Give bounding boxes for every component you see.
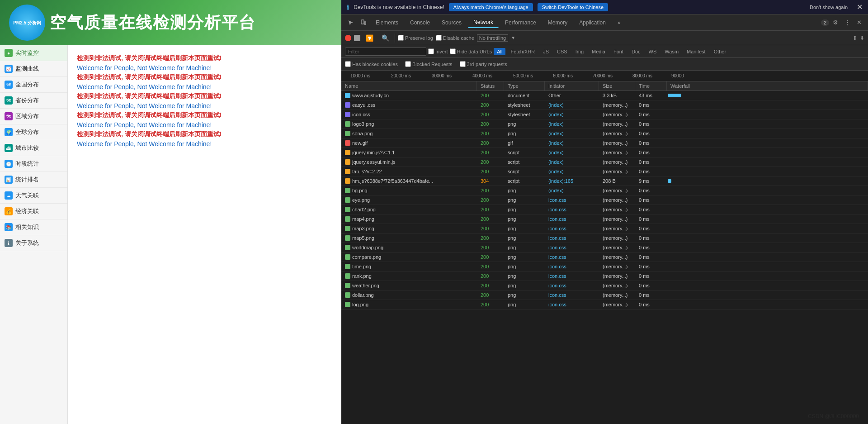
preserve-log-label[interactable]: Preserve log bbox=[398, 35, 433, 41]
table-row[interactable]: bg.png 200 png (index) (memory...) 0 ms bbox=[341, 186, 868, 195]
switch-language-button[interactable]: Switch DevTools to Chinese bbox=[538, 3, 608, 11]
timeline-label-8: 90000 bbox=[671, 73, 684, 78]
filter-button[interactable]: 🔽 bbox=[363, 33, 376, 43]
upload-har-button[interactable]: ⬆ bbox=[853, 35, 857, 41]
table-row[interactable]: time.png 200 png icon.css (memory...) 0 … bbox=[341, 262, 868, 272]
tab-console[interactable]: Console bbox=[405, 18, 435, 28]
sidebar-item-city[interactable]: 🏙 城市比较 bbox=[0, 140, 67, 156]
sidebar-item-region[interactable]: 🗺 区域分布 bbox=[0, 109, 67, 124]
info-bar-close-button[interactable]: ✕ bbox=[857, 3, 863, 11]
disable-cache-label[interactable]: Disable cache bbox=[436, 35, 474, 41]
col-header-type[interactable]: Type bbox=[504, 81, 545, 91]
table-row[interactable]: easyui.css 200 stylesheet (index) (memor… bbox=[341, 100, 868, 110]
table-row[interactable]: www.aqistudy.cn 200 document Other 3.3 k… bbox=[341, 91, 868, 100]
timeline-label-3: 40000 ms bbox=[472, 73, 492, 78]
type-filter-js[interactable]: JS bbox=[540, 48, 552, 55]
col-header-size[interactable]: Size bbox=[599, 81, 635, 91]
blocked-cookies-label[interactable]: Has blocked cookies bbox=[345, 61, 398, 67]
type-filter-ws[interactable]: WS bbox=[646, 48, 660, 55]
sidebar-item-province[interactable]: 🗺 省份分布 bbox=[0, 93, 67, 109]
sidebar-item-weather[interactable]: ☁ 天气关联 bbox=[0, 188, 67, 204]
sidebar-item-time[interactable]: 🕐 时段统计 bbox=[0, 156, 67, 172]
table-row[interactable]: chart2.png 200 png icon.css (memory...) … bbox=[341, 205, 868, 214]
invert-checkbox[interactable] bbox=[428, 48, 434, 54]
stop-record-button[interactable] bbox=[354, 35, 360, 41]
table-row[interactable]: jquery.easyui.min.js 200 script (index) … bbox=[341, 157, 868, 167]
table-row[interactable]: jquery.min.js?v=1.1 200 script (index) (… bbox=[341, 148, 868, 157]
tab-sources[interactable]: Sources bbox=[436, 18, 467, 28]
tab-network[interactable]: Network bbox=[468, 17, 499, 28]
table-row[interactable]: map5.png 200 png icon.css (memory...) 0 … bbox=[341, 233, 868, 243]
col-header-status[interactable]: Status bbox=[477, 81, 504, 91]
col-header-name[interactable]: Name bbox=[341, 81, 477, 91]
dont-show-again-button[interactable]: Don't show again bbox=[810, 5, 848, 10]
device-tool-button[interactable] bbox=[358, 18, 369, 28]
sidebar-item-global[interactable]: 🌍 全球分布 bbox=[0, 124, 67, 140]
match-language-button[interactable]: Always match Chrome's language bbox=[449, 3, 533, 11]
blocked-requests-label[interactable]: Blocked Requests bbox=[405, 61, 453, 67]
hide-data-urls-checkbox[interactable] bbox=[450, 48, 456, 54]
sidebar-item-about[interactable]: ℹ 关于系统 bbox=[0, 235, 67, 251]
third-party-checkbox[interactable] bbox=[460, 61, 466, 67]
hide-data-urls-label[interactable]: Hide data URLs bbox=[450, 48, 492, 54]
type-filter-font[interactable]: Font bbox=[610, 48, 627, 55]
type-filter-all[interactable]: All bbox=[494, 48, 505, 55]
col-header-time[interactable]: Time bbox=[635, 81, 667, 91]
invert-checkbox-label[interactable]: Invert bbox=[428, 48, 448, 54]
table-row[interactable]: map4.png 200 png icon.css (memory...) 0 … bbox=[341, 214, 868, 224]
col-header-initiator[interactable]: Initiator bbox=[545, 81, 599, 91]
tab-elements[interactable]: Elements bbox=[370, 18, 404, 28]
tab-performance[interactable]: Performance bbox=[500, 18, 542, 28]
preserve-log-checkbox[interactable] bbox=[398, 35, 404, 41]
tab-memory[interactable]: Memory bbox=[542, 18, 573, 28]
type-filter-doc[interactable]: Doc bbox=[628, 48, 644, 55]
sidebar-item-knowledge[interactable]: 📚 相关知识 bbox=[0, 219, 67, 235]
table-row[interactable]: log.png 200 png icon.css (memory...) 0 m… bbox=[341, 300, 868, 310]
type-filter-img[interactable]: Img bbox=[572, 48, 587, 55]
table-row[interactable]: compare.png 200 png icon.css (memory...)… bbox=[341, 252, 868, 262]
throttle-dropdown-arrow[interactable]: ▼ bbox=[511, 35, 515, 40]
cursor-tool-button[interactable] bbox=[345, 18, 357, 28]
more-options-button[interactable]: ⋮ bbox=[842, 17, 853, 28]
table-row[interactable]: hm.js?6088e7f72f5a363447d4bafe... 304 sc… bbox=[341, 176, 868, 186]
table-row[interactable]: sona.png 200 png (index) (memory...) 0 m… bbox=[341, 129, 868, 138]
type-filter-css[interactable]: CSS bbox=[554, 48, 571, 55]
blocked-requests-checkbox[interactable] bbox=[405, 61, 411, 67]
table-row[interactable]: new.gif 200 gif (index) (memory...) 0 ms bbox=[341, 138, 868, 148]
throttle-select[interactable]: No throttling bbox=[477, 34, 508, 42]
col-header-waterfall[interactable]: Waterfall bbox=[667, 81, 868, 91]
type-filter-media[interactable]: Media bbox=[589, 48, 609, 55]
disable-cache-checkbox[interactable] bbox=[436, 35, 442, 41]
more-tabs-button[interactable]: » bbox=[612, 18, 626, 28]
download-har-button[interactable]: ⬇ bbox=[860, 35, 864, 41]
table-row[interactable]: map3.png 200 png icon.css (memory...) 0 … bbox=[341, 224, 868, 233]
table-row[interactable]: eye.png 200 png icon.css (memory...) 0 m… bbox=[341, 195, 868, 205]
type-filter-other[interactable]: Other bbox=[711, 48, 730, 55]
table-row[interactable]: worldmap.png 200 png icon.css (memory...… bbox=[341, 243, 868, 252]
search-network-button[interactable]: 🔍 bbox=[379, 33, 392, 43]
sidebar-label-economy: 经济关联 bbox=[15, 207, 39, 215]
blocked-cookies-checkbox[interactable] bbox=[345, 61, 351, 67]
sidebar-item-realtime[interactable]: ● 实时监控 bbox=[0, 45, 67, 61]
sidebar-item-rank[interactable]: 📊 统计排名 bbox=[0, 172, 67, 188]
type-filter-wasm[interactable]: Wasm bbox=[661, 48, 682, 55]
tab-application[interactable]: Application bbox=[574, 18, 611, 28]
table-row[interactable]: weather.png 200 png icon.css (memory...)… bbox=[341, 281, 868, 291]
table-row[interactable]: rank.png 200 png icon.css (memory...) 0 … bbox=[341, 272, 868, 281]
sidebar-item-national[interactable]: 🗺 全国分布 bbox=[0, 77, 67, 93]
settings-button[interactable]: ⚙ bbox=[830, 17, 841, 28]
type-filter-manifest[interactable]: Manifest bbox=[684, 48, 709, 55]
table-row[interactable]: icon.css 200 stylesheet (index) (memory.… bbox=[341, 110, 868, 119]
table-row[interactable]: logo3.png 200 png (index) (memory...) 0 … bbox=[341, 119, 868, 129]
type-filter-fetch-xhr[interactable]: Fetch/XHR bbox=[507, 48, 538, 55]
sidebar-item-curve[interactable]: 📈 监测曲线 bbox=[0, 61, 67, 77]
timeline-label-4: 50000 ms bbox=[513, 73, 533, 78]
filter-input[interactable] bbox=[345, 48, 426, 56]
sidebar-label-time: 时段统计 bbox=[15, 160, 39, 168]
table-row[interactable]: tab.js?v=2.22 200 script (index) (memory… bbox=[341, 167, 868, 176]
record-button[interactable] bbox=[345, 35, 351, 41]
close-devtools-button[interactable]: ✕ bbox=[854, 17, 864, 28]
table-row[interactable]: dollar.png 200 png icon.css (memory...) … bbox=[341, 291, 868, 300]
third-party-label[interactable]: 3rd-party requests bbox=[460, 61, 507, 67]
sidebar-item-economy[interactable]: 💰 经济关联 bbox=[0, 204, 67, 219]
